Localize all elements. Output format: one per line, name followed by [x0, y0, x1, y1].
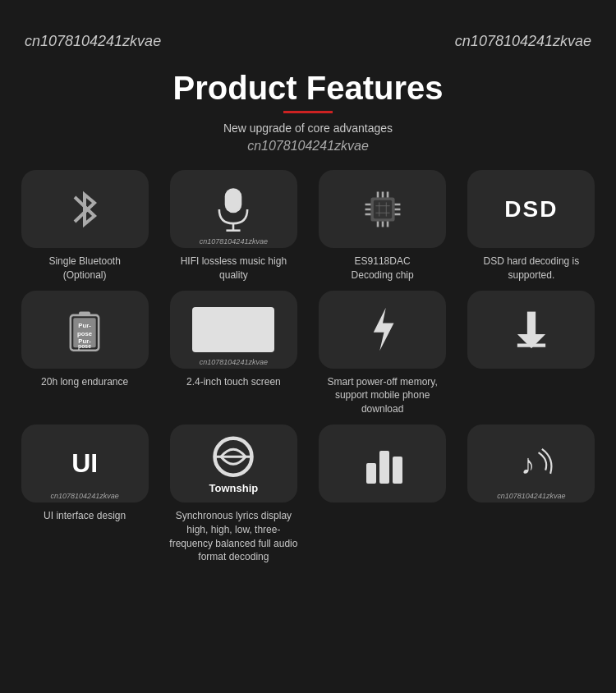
ui-icon-box: UI cn1078104241zkvae — [21, 425, 149, 503]
dsd-icon-box: DSD — [467, 170, 595, 248]
screen-display — [192, 307, 274, 352]
microphone-icon — [209, 185, 258, 234]
feature-battery: Pur- pose Pur- pose 20h long endurance — [16, 291, 153, 416]
hifi-watermark: cn1078104241zkvae — [170, 237, 297, 246]
battery-icon: Pur- pose Pur- pose — [60, 305, 109, 354]
download-icon-box — [467, 291, 595, 369]
svg-text:pose: pose — [78, 343, 91, 350]
features-row3: UI cn1078104241zkvae UI interface design… — [0, 425, 616, 564]
svg-rect-35 — [366, 463, 376, 484]
dsd-label: DSD hard decoding is supported. — [466, 255, 597, 282]
watermark-top-left: cn1078104241zkvae — [25, 33, 161, 50]
svg-rect-36 — [379, 451, 389, 484]
screen-icon-box: cn1078104241zkvae — [170, 291, 297, 369]
ui-watermark: cn1078104241zkvae — [21, 492, 149, 500]
features-row2: Pur- pose Pur- pose 20h long endurance c… — [0, 291, 616, 416]
svg-rect-4 — [373, 200, 391, 218]
feature-equalizer — [315, 425, 451, 564]
svg-marker-28 — [373, 308, 393, 351]
features-row1: Single Bluetooth(Optional) cn1078104241z… — [0, 170, 616, 282]
feature-hifi: cn1078104241zkvae HIFI lossless music hi… — [165, 170, 301, 282]
equalizer-icon — [358, 438, 407, 488]
screen-watermark: cn1078104241zkvae — [170, 358, 297, 366]
link-icon — [209, 433, 258, 482]
svg-rect-0 — [225, 188, 242, 213]
feature-screen: cn1078104241zkvae 2.4-inch touch screen — [165, 291, 301, 416]
township-content: Township — [209, 433, 258, 494]
feature-dsd: DSD DSD hard decoding is supported. — [463, 170, 600, 282]
svg-rect-37 — [393, 457, 402, 484]
svg-rect-22 — [79, 312, 90, 316]
township-label: Synchronous lyrics display high, high, l… — [168, 509, 299, 564]
svg-text:pose: pose — [77, 330, 93, 337]
title-underline — [283, 111, 333, 113]
power-label: Smart power-off memory, support mobile p… — [317, 375, 448, 416]
dsd-text: DSD — [504, 196, 558, 223]
feature-download — [463, 291, 600, 416]
chip-icon-box — [319, 170, 446, 248]
page-title: Product Features — [0, 0, 616, 107]
lightning-icon-box — [319, 291, 446, 369]
music-icon-box: ♪ cn1078104241zkvae — [467, 425, 595, 503]
feature-music: ♪ cn1078104241zkvae — [463, 425, 600, 564]
music-watermark: cn1078104241zkvae — [467, 492, 595, 500]
subtitle: New upgrade of core advantages — [0, 122, 616, 135]
bluetooth-icon — [60, 185, 109, 234]
download-icon — [507, 305, 556, 354]
bluetooth-label: Single Bluetooth(Optional) — [48, 255, 120, 282]
ui-text: UI — [71, 448, 98, 479]
dac-label: ES9118DACDecoding chip — [352, 255, 414, 282]
township-icon-box: Township — [170, 425, 297, 503]
township-text: Township — [209, 482, 259, 494]
music-icon: ♪ — [507, 438, 556, 488]
svg-text:♪: ♪ — [521, 448, 535, 480]
feature-power: Smart power-off memory, support mobile p… — [315, 291, 451, 416]
equalizer-icon-box — [319, 425, 446, 503]
watermark-center: cn1078104241zkvae — [0, 139, 616, 154]
feature-bluetooth: Single Bluetooth(Optional) — [16, 170, 153, 282]
hifi-icon-box: cn1078104241zkvae — [170, 170, 297, 248]
feature-dac: ES9118DACDecoding chip — [315, 170, 451, 282]
lightning-icon — [358, 305, 407, 354]
feature-ui: UI cn1078104241zkvae UI interface design — [16, 425, 153, 564]
svg-text:Pur-: Pur- — [78, 322, 91, 329]
svg-rect-31 — [527, 312, 536, 334]
screen-label: 2.4-inch touch screen — [186, 375, 281, 389]
hifi-label: HIFI lossless music high quality — [168, 255, 299, 282]
chip-icon — [358, 185, 407, 234]
watermark-top-right: cn1078104241zkvae — [455, 33, 591, 50]
bluetooth-icon-box — [21, 170, 149, 248]
battery-label: 20h long endurance — [41, 375, 128, 389]
feature-township: Township Synchronous lyrics display high… — [165, 425, 301, 564]
battery-icon-box: Pur- pose Pur- pose — [21, 291, 149, 369]
ui-label: UI interface design — [44, 509, 126, 523]
